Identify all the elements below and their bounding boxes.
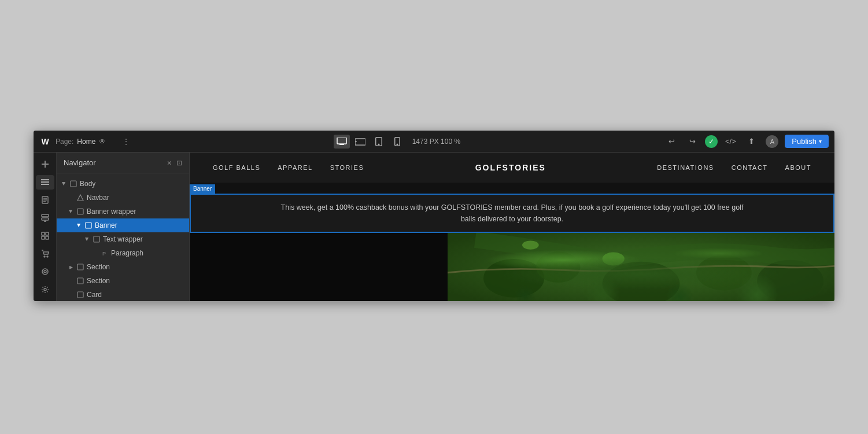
editor-window: W Page: Home 👁 ⋮ 1473 PX 100 % [34,131,834,301]
banner-selection-container: Banner [190,183,834,194]
canvas-dimensions: 1473 PX 100 % [412,138,460,146]
cms-button[interactable] [36,211,54,225]
tree-icon-section1 [76,263,84,271]
more-options-icon[interactable]: ⋮ [122,137,130,146]
site-nav-links-right: DESTINATIONS CONTACT ABOUT [657,164,811,171]
page-name[interactable]: Home [77,138,95,146]
svg-rect-23 [46,236,49,239]
nav-contact: CONTACT [732,164,768,171]
status-indicator: ✓ [705,135,718,148]
tree-item-section2[interactable]: ▶ Section [57,274,189,288]
tree-label-section2: Section [87,277,110,285]
svg-rect-37 [77,292,83,298]
close-navigator-icon[interactable]: × [167,158,172,168]
svg-point-45 [522,240,539,249]
site-banner[interactable]: This week, get a 100% cashback bonus wit… [190,194,834,233]
tree-label-body: Body [80,180,95,188]
tree-item-navbar[interactable]: ▶ Navbar [57,191,189,205]
site-navbar: GOLF BALLS APPAREL STORIES GOLFSTORIES D… [190,153,834,183]
layers-button[interactable] [36,175,54,190]
svg-rect-31 [77,209,83,214]
pages-button[interactable] [36,193,54,207]
svg-rect-20 [42,232,45,235]
interactions-button[interactable] [36,264,54,279]
page-info: Page: Home 👁 [56,138,106,146]
svg-point-42 [696,255,752,290]
svg-rect-1 [339,144,344,145]
svg-point-41 [603,261,680,301]
svg-point-3 [356,141,356,142]
undo-button[interactable]: ↩ [663,135,679,149]
mobile-button[interactable] [389,135,405,149]
tree-icon-section2 [76,277,84,285]
hero-aerial-view [448,233,834,302]
export-button[interactable]: ⬆ [743,135,759,149]
profile-button[interactable]: A [764,135,780,149]
svg-point-39 [483,258,544,297]
svg-point-28 [44,288,46,291]
tree-item-banner[interactable]: ▶ Banner [57,218,189,232]
nav-apparel: APPAREL [278,164,312,171]
expand-navigator-icon[interactable]: ⊡ [176,159,182,167]
toolbar: W Page: Home 👁 ⋮ 1473 PX 100 % [34,131,834,153]
nav-about: ABOUT [785,164,811,171]
svg-text:P: P [102,251,106,257]
navigator-actions: × ⊡ [167,158,182,168]
ecommerce-button[interactable] [36,246,54,261]
svg-point-25 [47,256,48,257]
publish-button[interactable]: Publish ▾ [785,135,829,148]
navigator-title: Navigator [64,158,96,167]
banner-text-container: This week, get a 100% cashback bonus wit… [281,202,744,225]
webflow-logo: W [39,136,51,147]
svg-point-40 [536,251,580,283]
settings-button[interactable] [36,282,54,296]
tree-label-text-wrapper: Text wrapper [103,235,143,243]
svg-rect-18 [42,218,49,220]
svg-rect-22 [42,236,45,239]
tree-item-body[interactable]: ▶ Body [57,177,189,191]
preview-icon[interactable]: 👁 [99,138,106,146]
svg-rect-17 [42,214,49,217]
tree-icon-card [76,291,84,299]
tree-container: ▶ Body ▶ Navbar ▶ [57,173,189,301]
redo-button[interactable]: ↪ [684,135,700,149]
tree-arrow-banner-wrapper: ▶ [68,209,74,214]
tree-label-navbar: Navbar [87,194,109,202]
publish-label: Publish [792,137,817,146]
svg-point-5 [378,144,379,145]
tree-label-banner: Banner [95,221,117,229]
tree-label-section1: Section [87,263,110,271]
tree-arrow-body: ▶ [61,181,67,187]
tree-label-banner-wrapper: Banner wrapper [87,207,136,216]
device-controls: 1473 PX 100 % [334,135,460,149]
site-hero [190,233,834,302]
banner-text-line2: balls delivered to your doorstep. [461,215,563,223]
svg-point-7 [397,144,398,145]
nav-destinations: DESTINATIONS [657,164,714,171]
tree-label-card: Card [87,291,102,299]
editor-content: Navigator × ⊡ ▶ Body ▶ [34,153,834,301]
tree-item-banner-wrapper[interactable]: ▶ Banner wrapper [57,205,189,218]
tree-item-card[interactable]: ▶ Card [57,288,189,301]
tablet-landscape-button[interactable] [352,135,368,149]
code-editor-button[interactable]: </> [722,135,738,149]
svg-point-44 [603,252,625,265]
desktop-device-button[interactable] [334,135,350,149]
tree-item-paragraph[interactable]: ▶ P Paragraph [57,246,189,260]
svg-rect-38 [448,233,834,302]
assets-button[interactable] [36,229,54,243]
banner-selection-tag: Banner [190,184,215,194]
tablet-portrait-button[interactable] [371,135,387,149]
svg-rect-21 [46,232,49,235]
canvas-area[interactable]: GOLF BALLS APPAREL STORIES GOLFSTORIES D… [190,153,834,301]
svg-rect-32 [86,222,91,228]
publish-arrow-icon: ▾ [819,138,822,144]
svg-rect-35 [77,264,83,270]
tree-icon-text-wrapper [93,235,101,243]
tree-item-section1[interactable]: ▶ Section [57,260,189,274]
add-element-button[interactable] [36,157,54,172]
tree-item-text-wrapper[interactable]: ▶ Text wrapper [57,232,189,246]
hero-image [448,233,834,302]
svg-point-27 [44,270,46,273]
toolbar-right-actions: ↩ ↪ ✓ </> ⬆ A Publish ▾ [663,135,829,149]
